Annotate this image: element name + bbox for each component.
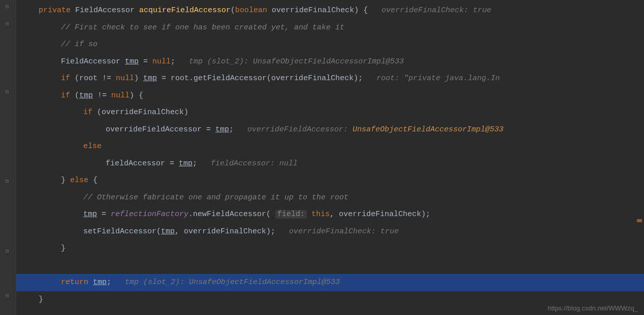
- code-line[interactable]: if (overrideFinalCheck): [16, 104, 644, 121]
- keyword: if: [61, 91, 75, 100]
- inline-hint: overrideFinalCheck: true: [289, 227, 399, 236]
- keyword-this: this: [311, 210, 330, 219]
- variable: tmp: [179, 159, 192, 168]
- keyword-null: null: [111, 91, 130, 100]
- code-line[interactable]: FieldAccessor tmp = null; tmp (slot_2): …: [16, 53, 644, 71]
- code-line[interactable]: else: [16, 138, 644, 155]
- keyword: if: [83, 108, 97, 117]
- code-line[interactable]: setFieldAccessor(tmp, overrideFinalCheck…: [16, 223, 644, 240]
- code-text: ): [134, 74, 143, 83]
- code-text: (: [75, 91, 79, 100]
- code-text: =: [97, 210, 111, 219]
- method-name: acquireFieldAccessor: [139, 6, 231, 15]
- keyword: private: [39, 6, 71, 15]
- code-text: overrideFinalCheck) {: [267, 6, 381, 15]
- code-text: (: [231, 6, 235, 15]
- variable: tmp: [143, 74, 157, 83]
- variable: tmp: [79, 91, 93, 100]
- editor-container: ⊟ ⊟ ⊟ ⊟ ⊟ ⊟ private FieldAccessor acquir…: [0, 0, 644, 315]
- code-line[interactable]: private FieldAccessor acquireFieldAccess…: [16, 2, 644, 19]
- code-text: }: [61, 176, 70, 185]
- code-text: , overrideFinalCheck);: [175, 227, 289, 236]
- variable: tmp: [93, 278, 107, 287]
- code-text: }: [39, 295, 43, 304]
- fold-marker-icon[interactable]: ⊟: [4, 179, 10, 185]
- code-line[interactable]: }: [16, 240, 644, 257]
- code-text: ;: [107, 278, 125, 287]
- variable: tmp: [215, 125, 229, 134]
- code-text: [307, 210, 311, 219]
- code-line[interactable]: // if so: [16, 36, 644, 53]
- code-text: fieldAccessor =: [106, 159, 179, 168]
- keyword-null: null: [152, 57, 171, 66]
- code-text: ;: [229, 125, 247, 134]
- code-text: setFieldAccessor(: [83, 227, 161, 236]
- fold-marker-icon[interactable]: ⊟: [4, 21, 10, 27]
- inline-hint: tmp (slot_2): UnsafeObjectFieldAccessorI…: [189, 57, 404, 66]
- code-line-current[interactable]: return tmp; tmp (slot_2): UnsafeObjectFi…: [16, 274, 644, 291]
- minimap-marker[interactable]: [637, 219, 642, 222]
- inline-hint: fieldAccessor: null: [211, 159, 298, 168]
- code-area[interactable]: private FieldAccessor acquireFieldAccess…: [16, 0, 644, 315]
- code-line[interactable]: if (tmp != null) {: [16, 87, 644, 104]
- code-text: (overrideFinalCheck): [97, 108, 188, 117]
- variable: tmp: [83, 210, 97, 219]
- code-text: !=: [93, 91, 111, 100]
- code-text: FieldAccessor: [61, 57, 125, 66]
- keyword-return: return: [61, 278, 93, 287]
- inline-hint-value: UnsafeObjectFieldAccessorImpl@533: [352, 125, 503, 134]
- type-ref: FieldAccessor: [71, 6, 139, 15]
- code-text: (root !=: [75, 74, 116, 83]
- code-text: ;: [192, 159, 211, 168]
- fold-marker-icon[interactable]: ⊟: [4, 89, 10, 95]
- inline-hint: overrideFinalCheck: true: [381, 6, 491, 15]
- inline-hint: tmp (slot_2): UnsafeObjectFieldAccessorI…: [125, 278, 340, 287]
- code-text: .newFieldAccessor(: [188, 210, 275, 219]
- comment: // if so: [61, 40, 98, 49]
- code-text: ) {: [130, 91, 143, 100]
- code-line[interactable]: if (root != null) tmp = root.getFieldAcc…: [16, 70, 644, 87]
- keyword: else: [83, 142, 102, 151]
- code-text: {: [93, 176, 98, 185]
- comment: // Otherwise fabricate one and propagate…: [83, 193, 348, 202]
- code-text: =: [139, 57, 152, 66]
- code-line-blank[interactable]: [16, 257, 644, 274]
- gutter[interactable]: ⊟ ⊟ ⊟ ⊟ ⊟ ⊟: [0, 0, 16, 315]
- comment: // First check to see if one has been cr…: [61, 23, 344, 32]
- inline-hint: root: "private java.lang.In: [376, 74, 500, 83]
- code-line[interactable]: } else {: [16, 172, 644, 189]
- code-text: ;: [171, 57, 189, 66]
- variable: tmp: [125, 57, 139, 66]
- code-line[interactable]: // First check to see if one has been cr…: [16, 19, 644, 37]
- keyword: boolean: [235, 6, 267, 15]
- watermark-text: https://blog.csdn.net/WWWzq_: [548, 304, 638, 312]
- code-line[interactable]: fieldAccessor = tmp; fieldAccessor: null: [16, 155, 644, 172]
- fold-marker-icon[interactable]: ⊟: [4, 293, 10, 299]
- code-text: }: [61, 244, 66, 253]
- code-text: overrideFieldAccessor =: [106, 125, 215, 134]
- fold-marker-icon[interactable]: ⊟: [4, 249, 10, 255]
- param-hint: field:: [275, 210, 307, 219]
- code-line[interactable]: tmp = reflectionFactory.newFieldAccessor…: [16, 206, 644, 223]
- inline-hint-label: overrideFieldAccessor:: [247, 125, 352, 134]
- static-field: reflectionFactory: [111, 210, 188, 219]
- keyword: else: [70, 176, 93, 185]
- code-line[interactable]: // Otherwise fabricate one and propagate…: [16, 189, 644, 206]
- keyword-null: null: [116, 74, 134, 83]
- code-text: , overrideFinalCheck);: [330, 210, 430, 219]
- code-line[interactable]: overrideFieldAccessor = tmp; overrideFie…: [16, 121, 644, 138]
- fold-marker-icon[interactable]: ⊟: [4, 4, 10, 10]
- variable: tmp: [161, 227, 175, 236]
- keyword: if: [61, 74, 75, 83]
- code-text: = root.getFieldAccessor(overrideFinalChe…: [157, 74, 376, 83]
